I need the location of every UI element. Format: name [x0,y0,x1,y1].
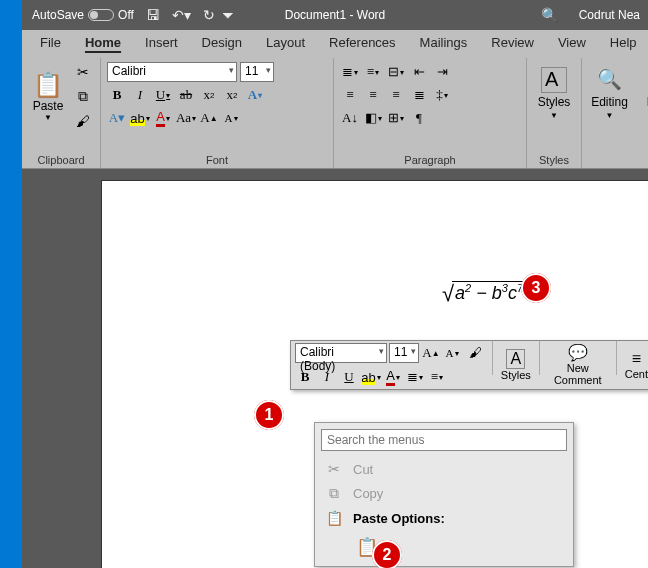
editing-button[interactable]: 🔍 Editing ▼ [584,62,635,125]
dictate-button[interactable]: 🎙 Dictate ▼ [640,62,648,125]
styles-btn-label: Styles [538,95,571,109]
paste-options: 📋 [315,530,573,566]
font-size-combo[interactable]: 11 [240,62,274,82]
shrink-font-button[interactable]: A▼ [222,108,242,128]
undo-icon[interactable]: ↶▾ [172,7,191,23]
format-painter-button[interactable]: 🖌 [72,111,94,131]
tab-review[interactable]: Review [479,30,546,58]
ctx-paste-header: 📋 Paste Options: [315,506,573,530]
justify-button[interactable]: ≣ [409,85,429,105]
paintbrush-icon: 🖌 [76,113,90,129]
show-marks-button[interactable]: ¶ [409,108,429,128]
context-menu: ✂ Cut ⧉ Copy 📋 Paste Options: 📋 [314,422,574,567]
ctx-cut: ✂ Cut [315,457,573,481]
annotation-badge-1: 1 [254,400,284,430]
mini-comment-label: New Comment [548,362,608,386]
italic-button[interactable]: I [130,85,150,105]
ribbon: 📋 Paste ▼ ✂ ⧉ 🖌 Clipboard Calibri 11 [22,58,648,169]
shading-button[interactable]: ◧▾ [363,108,383,128]
numbering-button[interactable]: ≡▾ [363,62,383,82]
mini-format-painter[interactable]: 🖌 [465,343,485,363]
mini-bullets[interactable]: ≣▾ [405,367,425,387]
group-font: Calibri 11 B I U▾ ab x2 x2 A▾ A▾ ab▾ A▾ … [101,58,334,168]
mini-size-combo[interactable]: 11 [389,343,419,363]
subscript-button[interactable]: x2 [199,85,219,105]
group-paragraph: ≣▾ ≡▾ ⊟▾ ⇤ ⇥ ≡ ≡ ≡ ≣ ‡▾ A↓ ◧▾ ⊞▾ ¶ [334,58,527,168]
annotation-badge-2: 2 [372,540,402,568]
equation[interactable]: √ a2 − b3c7 [442,281,526,307]
font-name-combo[interactable]: Calibri [107,62,237,82]
tab-design[interactable]: Design [190,30,254,58]
tab-references[interactable]: References [317,30,407,58]
paste-button[interactable]: 📋 Paste ▼ [28,62,68,131]
decrease-indent-button[interactable]: ⇤ [409,62,429,82]
font-color-button[interactable]: A▾ [153,108,173,128]
tab-home[interactable]: Home [73,30,133,58]
align-icon: ≡ [632,350,641,368]
mini-font-combo[interactable]: Calibri (Body) [295,343,387,363]
sort-button[interactable]: A↓ [340,108,360,128]
group-label-font: Font [107,152,327,166]
qat-dropdown-icon[interactable]: ⏷ [221,7,235,23]
line-spacing-button[interactable]: ‡▾ [432,85,452,105]
grow-font-button[interactable]: A▲ [199,108,219,128]
clipboard-icon: 📋 [33,71,63,99]
align-center-button[interactable]: ≡ [363,85,383,105]
document-title: Document1 - Word [285,8,385,22]
highlight-button[interactable]: ab▾ [130,108,150,128]
char-shading-button[interactable]: Aa▾ [176,108,196,128]
ctx-copy: ⧉ Copy [315,481,573,506]
save-icon[interactable]: 🖫 [146,7,160,23]
mini-highlight[interactable]: ab▾ [361,367,381,387]
equation-body: a2 − b3c7 [452,281,526,304]
styles-icon: A [506,349,525,369]
borders-button[interactable]: ⊞▾ [386,108,406,128]
tab-view[interactable]: View [546,30,598,58]
tab-mailings[interactable]: Mailings [408,30,480,58]
copy-button[interactable]: ⧉ [72,86,94,107]
tab-layout[interactable]: Layout [254,30,317,58]
text-effects-button[interactable]: A▾ [245,85,265,105]
mini-cent[interactable]: ≡ Cent [620,341,648,389]
autosave-toggle[interactable]: AutoSave Off [32,8,134,22]
scissors-icon: ✂ [77,64,89,80]
align-left-button[interactable]: ≡ [340,85,360,105]
mini-font-color[interactable]: A▾ [383,367,403,387]
styles-icon: A [541,67,567,93]
group-label-styles: Styles [539,152,569,166]
change-case-button[interactable]: A▾ [107,108,127,128]
multilevel-button[interactable]: ⊟▾ [386,62,406,82]
tab-insert[interactable]: Insert [133,30,190,58]
scissors-icon: ✂ [325,461,343,477]
find-icon: 🔍 [597,67,623,93]
tab-file[interactable]: File [28,30,73,58]
bold-button[interactable]: B [107,85,127,105]
ribbon-tabs: File Home Insert Design Layout Reference… [22,30,648,58]
mini-new-comment[interactable]: 💬 New Comment [543,341,613,389]
ctx-copy-label: Copy [353,486,383,501]
bullets-button[interactable]: ≣▾ [340,62,360,82]
autosave-state: Off [118,8,134,22]
align-right-button[interactable]: ≡ [386,85,406,105]
group-label-paragraph: Paragraph [340,152,520,166]
mini-underline[interactable]: U [339,367,359,387]
clipboard-icon: 📋 [325,510,343,526]
styles-button[interactable]: A Styles ▼ [531,62,578,125]
tab-help[interactable]: Help [598,30,648,58]
mini-grow-font[interactable]: A▲ [421,343,441,363]
strikethrough-button[interactable]: ab [176,85,196,105]
increase-indent-button[interactable]: ⇥ [432,62,452,82]
mini-styles[interactable]: A Styles [496,341,536,389]
cut-button[interactable]: ✂ [72,62,94,82]
mini-shrink-font[interactable]: A▼ [443,343,463,363]
group-label-clipboard: Clipboard [28,152,94,166]
editing-btn-label: Editing [591,95,628,109]
group-voice: 🎙 Dictate ▼ Voice [637,58,648,168]
search-icon[interactable]: 🔍 [541,7,558,23]
superscript-button[interactable]: x2 [222,85,242,105]
redo-icon[interactable]: ↻ [203,7,215,23]
mini-numbering[interactable]: ≡▾ [427,367,447,387]
menu-search-input[interactable] [321,429,567,451]
underline-button[interactable]: U▾ [153,85,173,105]
paste-label: Paste [33,99,64,113]
